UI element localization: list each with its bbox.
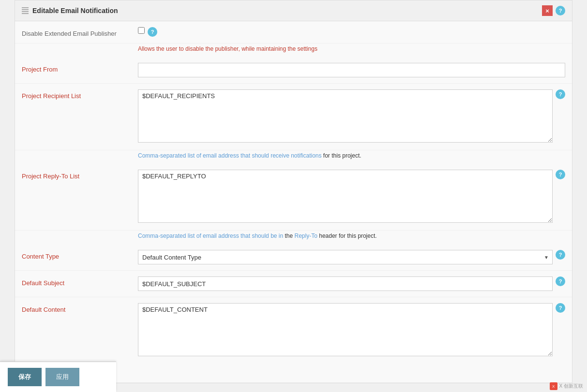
project-from-input[interactable] (138, 63, 565, 77)
content-type-row: Content Type Default Content Type text/p… (15, 244, 572, 271)
recipient-helper-text: Comma-separated list of email address th… (15, 150, 572, 164)
content-type-help-icon[interactable]: ? (556, 250, 565, 260)
default-content-control-wrap: $DEFAULT_CONTENT ? (138, 303, 565, 358)
project-from-control-wrap (138, 63, 565, 77)
replyto-helper-in: in (279, 232, 283, 239)
panel-title: Editable Email Notification (32, 7, 118, 15)
recipient-textarea-wrap: $DEFAULT_RECIPIENTS (138, 89, 553, 144)
apply-button[interactable]: 应用 (45, 368, 79, 386)
replyto-helper-2: the (283, 232, 294, 239)
disable-label: Disable Extended Email Publisher (22, 27, 138, 37)
replyto-helper-3: header for this project. (317, 232, 377, 239)
watermark-icon: X (550, 382, 557, 390)
content-type-select[interactable]: Default Content Type text/plain text/htm… (138, 250, 553, 264)
replyto-label: Project Reply-To List (22, 170, 138, 180)
disable-control-wrap: ? (138, 27, 565, 37)
recipient-helper-1: Comma-separated list of email address th… (138, 152, 271, 159)
panel-header-left: Editable Email Notification (22, 7, 118, 15)
default-content-help-icon[interactable]: ? (556, 303, 565, 313)
recipient-textarea[interactable]: $DEFAULT_RECIPIENTS (138, 89, 553, 143)
default-subject-control-wrap: ? (138, 276, 565, 291)
default-content-row: Default Content $DEFAULT_CONTENT ? (15, 297, 572, 363)
close-button[interactable]: × (542, 5, 553, 16)
recipient-row: Project Recipient List $DEFAULT_RECIPIEN… (15, 84, 572, 150)
default-content-textarea[interactable]: $DEFAULT_CONTENT (138, 303, 553, 356)
disable-helper-content: Allows the user to disable the publisher… (138, 45, 317, 52)
panel-body: Disable Extended Email Publisher ? Allow… (15, 21, 572, 383)
drag-handle-icon[interactable] (22, 7, 29, 14)
default-subject-row: Default Subject ? (15, 271, 572, 297)
project-from-label: Project From (22, 63, 138, 73)
default-subject-input[interactable] (138, 276, 553, 291)
disable-checkbox-row (138, 27, 145, 34)
watermark-text: X 创新互联 (559, 383, 583, 390)
recipient-helper-2: for this project. (322, 152, 361, 159)
bottom-bar: 保存 应用 (0, 362, 116, 392)
replyto-textarea-wrap: $DEFAULT_REPLYTO (138, 170, 553, 224)
content-type-select-container: Default Content Type text/plain text/htm… (138, 250, 553, 264)
replyto-helper-1: Comma-separated list of email address th… (138, 232, 279, 239)
save-button[interactable]: 保存 (8, 368, 42, 386)
replyto-control-wrap: $DEFAULT_REPLYTO ? (138, 170, 565, 224)
default-subject-label: Default Subject (22, 276, 138, 287)
recipient-help-icon[interactable]: ? (556, 89, 565, 99)
project-from-row: Project From (15, 57, 572, 84)
panel-help-icon[interactable]: ? (556, 6, 565, 15)
panel-header-right: × ? (542, 5, 565, 16)
recipient-helper-link: receive notifications (271, 152, 321, 159)
default-subject-help-icon[interactable]: ? (556, 276, 565, 286)
content-type-label: Content Type (22, 250, 138, 260)
editable-email-notification-panel: Editable Email Notification × ? Disable … (15, 0, 572, 383)
replyto-textarea[interactable]: $DEFAULT_REPLYTO (138, 170, 553, 223)
content-type-select-wrap: Default Content Type text/plain text/htm… (138, 250, 553, 264)
replyto-helper-text: Comma-separated list of email address th… (15, 231, 572, 244)
disable-helper-text: Allows the user to disable the publisher… (15, 44, 572, 57)
panel-header: Editable Email Notification × ? (15, 0, 572, 21)
default-subject-input-wrap (138, 276, 553, 291)
recipient-control-wrap: $DEFAULT_RECIPIENTS ? (138, 89, 565, 144)
replyto-help-icon[interactable]: ? (556, 170, 565, 179)
disable-row: Disable Extended Email Publisher ? (15, 21, 572, 44)
replyto-row: Project Reply-To List $DEFAULT_REPLYTO ? (15, 164, 572, 231)
content-type-control-wrap: Default Content Type text/plain text/htm… (138, 250, 565, 264)
replyto-helper-replyto: Reply-To (295, 232, 317, 239)
disable-checkbox[interactable] (138, 27, 145, 34)
default-content-textarea-wrap: $DEFAULT_CONTENT (138, 303, 553, 358)
project-from-input-wrap (138, 63, 565, 77)
page-wrapper: Editable Email Notification × ? Disable … (0, 0, 587, 392)
watermark: X X 创新互联 (550, 382, 583, 390)
recipient-label: Project Recipient List (22, 89, 138, 100)
default-content-label: Default Content (22, 303, 138, 313)
disable-help-icon[interactable]: ? (148, 27, 157, 37)
